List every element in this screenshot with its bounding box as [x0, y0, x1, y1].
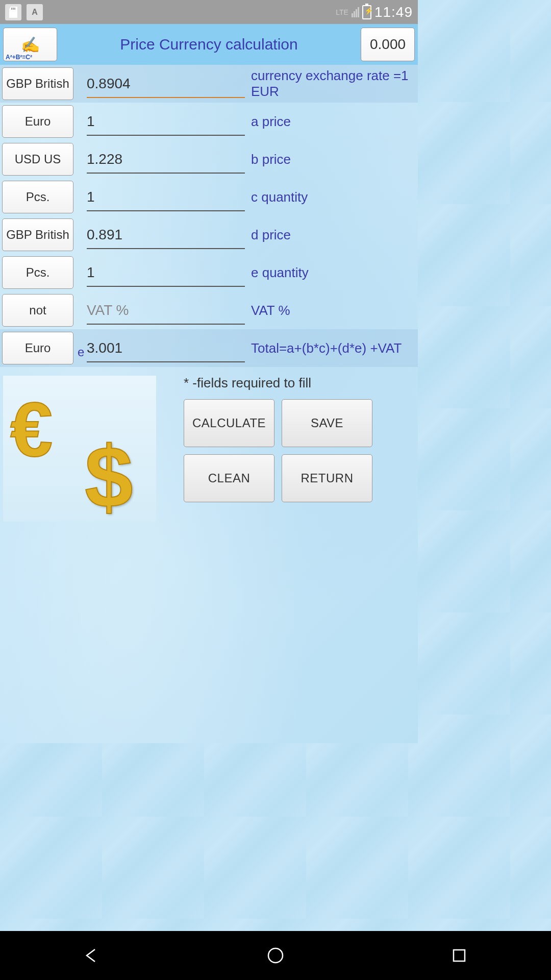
app-title-bar: ✍️ A²+B²=C² Price Currency calculation 0… [0, 24, 418, 65]
hint-letter-e: e [78, 345, 84, 359]
svg-rect-1 [13, 8, 14, 10]
signal-icon [352, 7, 359, 17]
android-status-bar: A LTE 11:49 [0, 0, 418, 24]
decimal-format-button[interactable]: 0.000 [361, 28, 415, 61]
label-a-price: a price [249, 114, 413, 130]
network-lte-icon: LTE [336, 9, 348, 16]
row-c-quantity: Pcs. c quantity [0, 178, 418, 216]
input-vat[interactable] [87, 299, 245, 325]
dollar-symbol-icon: $ [85, 427, 133, 527]
input-exchange-rate[interactable] [87, 72, 245, 98]
row-b-price: USD US b price [0, 140, 418, 178]
label-e-quantity: e quantity [249, 265, 413, 281]
return-button[interactable]: RETURN [282, 454, 372, 502]
page-title: Price Currency calculation [60, 36, 358, 53]
hand-writing-icon: ✍️ [21, 36, 40, 54]
battery-charging-icon [362, 5, 371, 19]
calculation-form: GBP British currency exchange rate =1 EU… [0, 65, 418, 367]
input-c-quantity[interactable] [87, 186, 245, 211]
input-b-price[interactable] [87, 148, 245, 174]
input-d-price[interactable] [87, 224, 245, 249]
save-button[interactable]: SAVE [282, 399, 372, 447]
label-d-price: d price [249, 227, 413, 243]
currency-select-d[interactable]: GBP British [2, 218, 73, 251]
label-c-quantity: c quantity [249, 189, 413, 205]
currency-select-total[interactable]: Euro [2, 332, 73, 364]
row-exchange-rate: GBP British currency exchange rate =1 EU… [0, 65, 418, 103]
label-total: Total=a+(b*c)+(d*e) +VAT [249, 340, 413, 356]
row-vat: not VAT % [0, 291, 418, 329]
row-e-quantity: Pcs. e quantity [0, 254, 418, 291]
formula-label: A²+B²=C² [6, 54, 32, 61]
label-exchange-rate: currency exchange rate =1 EUR [249, 68, 413, 100]
vat-select[interactable]: not [2, 294, 73, 327]
euro-symbol-icon: € [10, 386, 53, 474]
row-total: Euro e Total=a+(b*c)+(d*e) +VAT [0, 329, 418, 367]
clock: 11:49 [374, 4, 413, 20]
svg-rect-2 [14, 8, 15, 10]
app-icon: A [27, 4, 43, 20]
sd-card-icon [5, 4, 21, 20]
currency-select-b[interactable]: USD US [2, 143, 73, 176]
currency-select-exchange[interactable]: GBP British [2, 67, 73, 100]
label-b-price: b price [249, 152, 413, 167]
row-d-price: GBP British d price [0, 216, 418, 254]
input-total[interactable] [87, 337, 245, 362]
calculate-button[interactable]: CALCULATE [184, 399, 274, 447]
input-a-price[interactable] [87, 110, 245, 136]
input-e-quantity[interactable] [87, 261, 245, 287]
unit-select-e[interactable]: Pcs. [2, 256, 73, 289]
svg-rect-0 [11, 8, 12, 10]
currency-illustration: € $ [3, 376, 156, 522]
action-buttons: CALCULATE SAVE CLEAN RETURN [184, 399, 418, 502]
unit-select-c[interactable]: Pcs. [2, 181, 73, 213]
row-a-price: Euro a price [0, 103, 418, 140]
logo-button[interactable]: ✍️ A²+B²=C² [3, 28, 57, 61]
currency-select-a[interactable]: Euro [2, 105, 73, 138]
clean-button[interactable]: CLEAN [184, 454, 274, 502]
label-vat: VAT % [249, 303, 413, 318]
